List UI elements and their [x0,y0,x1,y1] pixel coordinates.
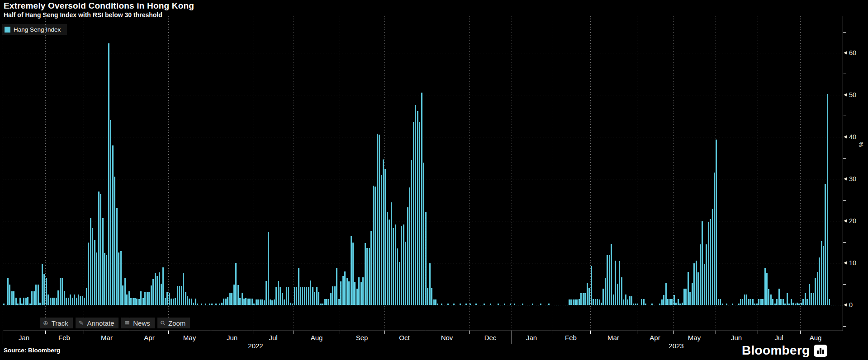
bar [574,299,576,305]
y-minor-tick [843,32,846,33]
bar [312,287,313,305]
y-minor-tick [843,74,846,74]
bar [746,295,747,305]
bar [764,268,766,305]
bar [716,140,717,305]
bar [379,135,380,305]
bar [381,175,382,305]
month-tick [384,331,385,334]
month-gridline [673,16,674,331]
bar [748,299,749,305]
bar [433,299,435,305]
bar [96,252,97,305]
h-gridline [3,137,843,137]
bar [447,304,449,305]
bar [334,286,336,305]
bar [435,299,436,305]
bar [752,299,754,305]
bar [9,285,10,305]
bar [706,244,707,305]
news-button[interactable]: ≣ News [121,318,154,328]
bar [679,304,681,305]
bar [750,299,751,305]
bar [82,296,83,305]
x-axis-month-label: Dec [484,334,497,341]
bar [352,243,354,305]
bar [802,299,804,305]
bar [780,299,782,305]
bar [284,299,285,305]
bar [651,304,653,305]
bar [260,299,261,305]
x-axis-month-label: Nov [441,334,453,341]
bar [696,261,697,305]
bar [633,304,634,305]
bar [613,295,614,305]
bar [659,304,660,305]
bar [104,253,105,305]
bar [114,177,115,305]
y-minor-tick [843,158,846,159]
bar [102,218,104,305]
bar [264,300,265,305]
annotate-button-label: Annotate [87,319,114,327]
bar [39,303,41,305]
bar [90,218,91,305]
bar [179,286,180,305]
bar [17,304,19,305]
bar [825,184,826,305]
bar [427,288,428,305]
bar [726,304,727,305]
bar [738,304,740,305]
bar [570,299,572,305]
bar [393,228,394,305]
y-tick-arrow-icon [844,219,847,223]
month-gridline [758,16,758,331]
bar [805,293,806,305]
bar [235,263,237,305]
bar [23,298,24,305]
track-button[interactable]: ⊕ Track [40,318,73,328]
bar [223,299,224,305]
bar [229,293,231,305]
bar [233,285,235,305]
bar [155,273,156,305]
bar [407,207,408,305]
y-axis-tick-label: 0 [849,301,853,309]
bar [465,304,467,305]
bloomberg-chart-icon [814,345,827,357]
bar [827,94,828,305]
bar [166,292,168,305]
bar [579,299,580,305]
bar [631,296,632,305]
bar [57,290,59,305]
bar [351,236,352,305]
y-axis-unit-label: % [858,142,864,147]
bar [7,278,9,305]
bar [314,292,315,305]
bar [261,299,263,305]
month-gridline [294,16,294,331]
bar [798,304,800,305]
bar [395,224,396,305]
bar [766,273,768,305]
bar [772,299,773,305]
bar [21,304,23,305]
bar [742,299,743,305]
bar [470,304,471,305]
zero-gridline [3,305,843,305]
bar [714,173,715,305]
chart-plot-area[interactable]: JanFebMarAprMayJunJulAugSepOctNovDecJanF… [0,0,868,360]
bar [108,43,109,305]
annotate-button[interactable]: ✎ Annotate [76,318,119,328]
zoom-button[interactable]: ⚲ Zoom [157,318,190,328]
bar [788,304,790,305]
year-tick [3,331,3,344]
bar [411,160,412,305]
bar [399,262,400,305]
x-axis-month-label: Feb [58,334,70,341]
bar [140,291,142,305]
bar [580,293,582,305]
bar [813,293,814,305]
bar [354,282,356,305]
